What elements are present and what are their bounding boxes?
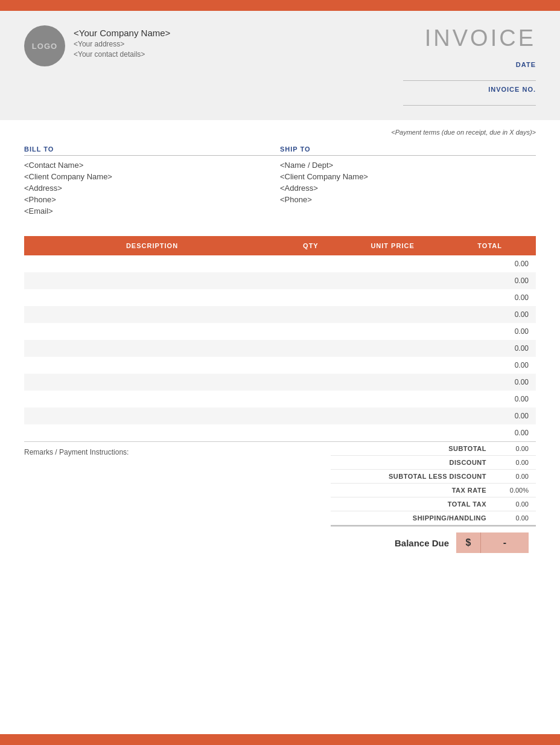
row-unit-price — [342, 306, 444, 323]
remarks-label: Remarks / Payment Instructions: — [24, 448, 129, 456]
row-description — [24, 391, 280, 408]
total-tax-value: 0.00 — [486, 500, 529, 508]
invoice-no-row: INVOICE NO. — [403, 86, 536, 106]
bill-to-company: <Client Company Name> — [24, 172, 280, 181]
table-row: 0.00 — [24, 272, 536, 289]
ship-to-company: <Client Company Name> — [280, 172, 536, 181]
bottom-section: Remarks / Payment Instructions: SUBTOTAL… — [24, 441, 536, 559]
row-qty — [280, 374, 342, 391]
ship-to-label: SHIP TO — [280, 145, 536, 156]
table-row: 0.00 — [24, 424, 536, 441]
tax-rate-row: TAX RATE 0.00% — [331, 484, 536, 497]
row-description — [24, 272, 280, 289]
ship-to-address: <Address> — [280, 184, 536, 193]
row-unit-price — [342, 391, 444, 408]
bill-to-phone: <Phone> — [24, 195, 280, 204]
table-row: 0.00 — [24, 289, 536, 306]
row-unit-price — [342, 272, 444, 289]
top-accent-bar — [0, 0, 560, 11]
bill-to-address: <Address> — [24, 184, 280, 193]
row-total: 0.00 — [444, 357, 536, 374]
bottom-accent-bar — [0, 734, 560, 745]
row-description — [24, 323, 280, 340]
subtotal-label: SUBTOTAL — [338, 445, 486, 452]
row-qty — [280, 340, 342, 357]
row-description — [24, 408, 280, 424]
subtotal-less-discount-row: SUBTOTAL LESS DISCOUNT 0.00 — [331, 470, 536, 484]
shipping-value: 0.00 — [486, 514, 529, 522]
company-name: <Your Company Name> — [74, 28, 170, 38]
shipping-label: SHIPPING/HANDLING — [338, 514, 486, 522]
bill-to-col: BILL TO <Contact Name> <Client Company N… — [24, 145, 280, 218]
col-header-description: DESCRIPTION — [24, 236, 280, 255]
balance-due-currency: $ — [456, 532, 480, 553]
row-total: 0.00 — [444, 374, 536, 391]
row-unit-price — [342, 374, 444, 391]
logo-placeholder: LOGO — [24, 25, 65, 66]
row-qty — [280, 357, 342, 374]
row-qty — [280, 255, 342, 272]
row-total: 0.00 — [444, 289, 536, 306]
col-header-unit-price: UNIT PRICE — [342, 236, 444, 255]
row-description — [24, 255, 280, 272]
remarks-area: Remarks / Payment Instructions: — [24, 442, 331, 559]
table-row: 0.00 — [24, 357, 536, 374]
row-description — [24, 424, 280, 441]
balance-due-row: Balance Due $ - — [331, 525, 536, 559]
table-row: 0.00 — [24, 323, 536, 340]
invoice-meta: INVOICE DATE INVOICE NO. — [403, 25, 536, 106]
discount-value: 0.00 — [486, 459, 529, 466]
row-unit-price — [342, 340, 444, 357]
ship-to-name: <Name / Dept> — [280, 161, 536, 170]
row-qty — [280, 306, 342, 323]
subtotal-row: SUBTOTAL 0.00 — [331, 442, 536, 456]
invoice-header: LOGO <Your Company Name> <Your address> … — [0, 11, 560, 120]
table-row: 0.00 — [24, 340, 536, 357]
row-unit-price — [342, 408, 444, 424]
row-total: 0.00 — [444, 408, 536, 424]
total-tax-label: TOTAL TAX — [338, 500, 486, 508]
row-description — [24, 306, 280, 323]
table-row: 0.00 — [24, 408, 536, 424]
row-total: 0.00 — [444, 340, 536, 357]
invoice-table: DESCRIPTION QTY UNIT PRICE TOTAL 0.00 0.… — [24, 236, 536, 441]
company-info: <Your Company Name> <Your address> <Your… — [74, 25, 170, 59]
table-row: 0.00 — [24, 255, 536, 272]
discount-label: DISCOUNT — [338, 459, 486, 466]
row-unit-price — [342, 357, 444, 374]
company-address: <Your address> — [74, 40, 170, 48]
shipping-row: SHIPPING/HANDLING 0.00 — [331, 511, 536, 525]
date-row: DATE — [403, 61, 536, 81]
table-row: 0.00 — [24, 374, 536, 391]
tax-rate-label: TAX RATE — [338, 487, 486, 494]
bill-to-contact: <Contact Name> — [24, 161, 280, 170]
invoice-title: INVOICE — [403, 25, 536, 51]
totals-area: SUBTOTAL 0.00 DISCOUNT 0.00 SUBTOTAL LES… — [331, 442, 536, 559]
ship-to-col: SHIP TO <Name / Dept> <Client Company Na… — [280, 145, 536, 218]
row-description — [24, 340, 280, 357]
bill-to-label: BILL TO — [24, 145, 280, 156]
row-unit-price — [342, 255, 444, 272]
row-unit-price — [342, 323, 444, 340]
ship-to-phone: <Phone> — [280, 195, 536, 204]
row-description — [24, 374, 280, 391]
row-total: 0.00 — [444, 306, 536, 323]
table-row: 0.00 — [24, 391, 536, 408]
discount-row: DISCOUNT 0.00 — [331, 456, 536, 470]
table-row: 0.00 — [24, 306, 536, 323]
col-header-total: TOTAL — [444, 236, 536, 255]
invoice-page: LOGO <Your Company Name> <Your address> … — [0, 0, 560, 745]
row-total: 0.00 — [444, 424, 536, 441]
col-header-qty: QTY — [280, 236, 342, 255]
subtotal-less-discount-value: 0.00 — [486, 473, 529, 480]
row-qty — [280, 391, 342, 408]
payment-terms: <Payment terms (due on receipt, due in X… — [24, 120, 536, 139]
tax-rate-value: 0.00% — [486, 487, 529, 494]
row-total: 0.00 — [444, 323, 536, 340]
invoice-no-label: INVOICE NO. — [488, 86, 536, 93]
row-description — [24, 357, 280, 374]
total-tax-row: TOTAL TAX 0.00 — [331, 497, 536, 511]
balance-due-label: Balance Due — [395, 538, 449, 548]
company-contact: <Your contact details> — [74, 50, 170, 59]
balance-due-amount: - — [480, 532, 529, 553]
